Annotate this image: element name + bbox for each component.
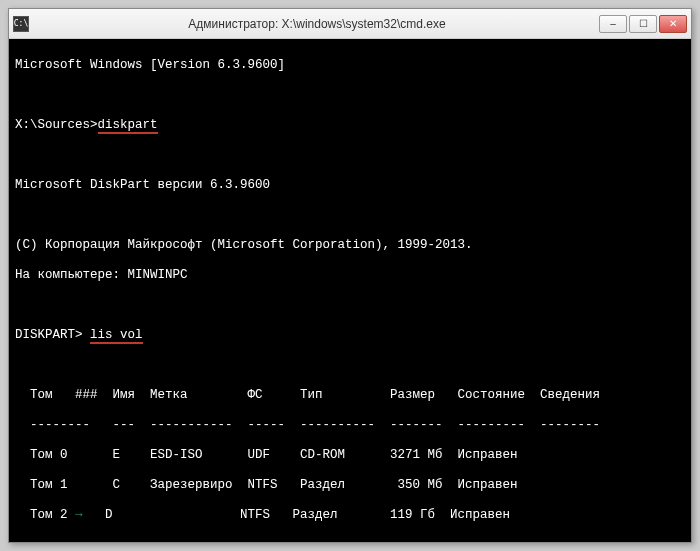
window-buttons: – ☐ ✕ xyxy=(599,15,687,33)
cmd-window: C:\ Администратор: X:\windows\system32\c… xyxy=(8,8,692,543)
table-header: Том ### Имя Метка ФС Тип Размер Состояни… xyxy=(15,388,685,403)
cmd-diskpart: diskpart xyxy=(98,118,158,134)
prompt: DISKPART> xyxy=(15,328,90,342)
line: Microsoft Windows [Version 6.3.9600] xyxy=(15,58,685,73)
line xyxy=(15,88,685,103)
table-divider: -------- --- ----------- ----- ---------… xyxy=(15,418,685,433)
line xyxy=(15,538,685,542)
titlebar[interactable]: C:\ Администратор: X:\windows\system32\c… xyxy=(9,9,691,39)
line xyxy=(15,208,685,223)
line: Microsoft DiskPart версии 6.3.9600 xyxy=(15,178,685,193)
line: X:\Sources>diskpart xyxy=(15,118,685,133)
table-row: Том 0 E ESD-ISO UDF CD-ROM 3271 Мб Испра… xyxy=(15,448,685,463)
table-row: Том 1 C Зарезервиро NTFS Раздел 350 Мб И… xyxy=(15,478,685,493)
table-row: Том 2 → D NTFS Раздел 119 Гб Исправен xyxy=(15,508,685,523)
minimize-button[interactable]: – xyxy=(599,15,627,33)
line: (C) Корпорация Майкрософт (Microsoft Cor… xyxy=(15,238,685,253)
maximize-button[interactable]: ☐ xyxy=(629,15,657,33)
line xyxy=(15,298,685,313)
close-button[interactable]: ✕ xyxy=(659,15,687,33)
line xyxy=(15,358,685,373)
cmd-icon: C:\ xyxy=(13,16,29,32)
console-output[interactable]: Microsoft Windows [Version 6.3.9600] X:\… xyxy=(9,39,691,542)
cmd-lisvol: lis vol xyxy=(90,328,143,344)
arrow-icon: → xyxy=(75,508,83,522)
line: DISKPART> lis vol xyxy=(15,328,685,343)
cell: D NTFS Раздел 119 Гб Исправен xyxy=(83,508,511,522)
line xyxy=(15,148,685,163)
cell: Том 2 xyxy=(15,508,75,522)
prompt: X:\Sources> xyxy=(15,118,98,132)
window-title: Администратор: X:\windows\system32\cmd.e… xyxy=(35,17,599,31)
line: На компьютере: MINWINPC xyxy=(15,268,685,283)
